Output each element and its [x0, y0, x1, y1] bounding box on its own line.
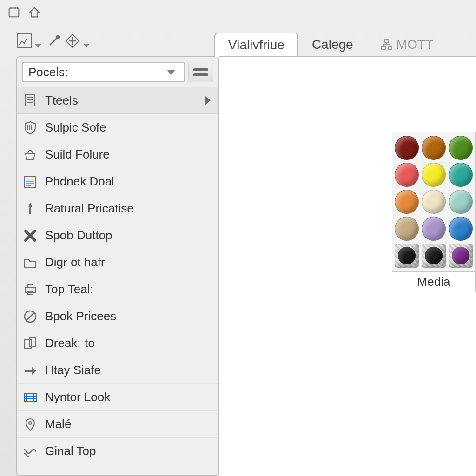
list-item-label: Dreak:-to [45, 336, 95, 350]
titlebar [0, 0, 476, 23]
network-icon [381, 39, 393, 51]
cards-icon [22, 335, 39, 352]
pen-icon [22, 200, 39, 217]
list-item-suild-folure[interactable]: Suild Folure [17, 141, 218, 168]
canvas-area[interactable]: Media [219, 56, 476, 476]
list-item-label: Htay Siafe [45, 363, 101, 377]
list-item-male[interactable]: Malé [17, 410, 218, 437]
tab-vialivfriue[interactable]: Vialivfriue [214, 33, 298, 57]
list-item-label: Sulpic Sofe [45, 120, 106, 135]
chart-tool-button[interactable] [16, 32, 32, 50]
list-item-label: Phdnek Doal [45, 174, 114, 189]
diamond-tool-button[interactable] [65, 32, 80, 50]
tab-label: Calege [312, 37, 353, 52]
pin-icon [22, 416, 39, 433]
color-swatch[interactable] [395, 190, 419, 214]
side-panel: Pocels: Tteels [16, 56, 219, 476]
tab-label: Vialivfriue [228, 38, 284, 53]
chart-tool-dropdown-caret[interactable] [35, 44, 41, 48]
svg-rect-13 [25, 340, 31, 348]
list-item-label: Tteels [45, 93, 78, 108]
x-icon [22, 227, 39, 244]
svg-rect-3 [385, 40, 389, 42]
app-window: Vialivfriue Calege MOTT [0, 0, 476, 476]
printer-icon [22, 281, 39, 298]
color-palette-panel: Media [392, 132, 476, 292]
color-swatch[interactable] [422, 136, 446, 160]
chevron-right-icon [205, 96, 211, 105]
chevron-down-icon [167, 70, 175, 75]
tab-calege[interactable]: Calege [298, 33, 367, 57]
home-icon[interactable] [27, 5, 41, 21]
list-item-ratural-pricatise[interactable]: Ratural Pricatise [17, 195, 218, 222]
color-swatch[interactable] [422, 217, 446, 241]
palette-label: Media [392, 272, 476, 292]
lines-icon [22, 173, 39, 190]
tab-label: MOTT [397, 37, 433, 52]
main-area: Pocels: Tteels [0, 56, 476, 476]
list-item-label: Spob Duttop [45, 228, 112, 243]
item-list: Tteels Sulpic Sofe Suild Folure [17, 87, 218, 475]
shield-icon [22, 119, 39, 136]
color-swatch[interactable] [449, 217, 473, 241]
list-item-ginal-top[interactable]: Ginal Top [17, 437, 218, 464]
color-swatch[interactable] [395, 163, 419, 187]
tab-mott[interactable]: MOTT [367, 33, 447, 57]
color-swatch[interactable] [449, 163, 473, 187]
list-item-bpok-pricees[interactable]: Bpok Pricees [17, 303, 218, 330]
list-item-sulpic-sofe[interactable]: Sulpic Sofe [17, 114, 218, 141]
svg-rect-0 [9, 8, 19, 17]
list-item-label: Ginal Top [45, 444, 96, 458]
svg-point-2 [56, 36, 59, 39]
list-item-label: Ratural Pricatise [45, 201, 134, 216]
toolbar-row: Vialivfriue Calege MOTT [0, 23, 476, 56]
svg-rect-4 [382, 47, 385, 50]
tab-separator [447, 34, 447, 53]
list-view-toggle-button[interactable] [188, 62, 213, 82]
diamond-tool-dropdown-caret[interactable] [83, 44, 90, 48]
pattern-swatch[interactable] [449, 244, 473, 268]
ban-icon [22, 308, 39, 325]
list-item-top-teal[interactable]: Top Teal: [17, 276, 218, 303]
list-item-dreak-to[interactable]: Dreak:-to [17, 330, 218, 357]
svg-rect-14 [29, 338, 36, 346]
list-item-label: Top Teal: [45, 282, 93, 297]
category-combo[interactable]: Pocels: [22, 62, 185, 82]
list-item-label: Nyntor Look [45, 390, 110, 404]
side-panel-header: Pocels: [17, 57, 218, 87]
color-swatch[interactable] [395, 217, 419, 241]
color-swatch[interactable] [422, 190, 446, 214]
svg-rect-1 [17, 34, 31, 48]
document-icon [22, 92, 39, 109]
color-swatch[interactable] [449, 136, 473, 160]
svg-point-16 [29, 422, 32, 424]
color-swatch[interactable] [422, 163, 446, 187]
svg-rect-15 [24, 393, 36, 402]
list-item-label: Suild Folure [45, 147, 110, 162]
svg-rect-10 [27, 284, 33, 288]
color-palette-grid [392, 132, 476, 272]
list-item-label: Malé [45, 417, 71, 431]
list-item-nyntor-look[interactable]: Nyntor Look [17, 383, 218, 410]
list-item-phdnek-doal[interactable]: Phdnek Doal [17, 168, 218, 195]
list-item-htay-siafe[interactable]: Htay Siafe [17, 357, 218, 383]
film-icon [22, 389, 39, 406]
folder-icon [22, 254, 39, 271]
color-swatch[interactable] [395, 136, 419, 160]
notebook-icon[interactable] [7, 5, 21, 21]
pattern-swatch[interactable] [395, 244, 419, 268]
hamburger-line [193, 68, 208, 71]
list-item-spob-duttop[interactable]: Spob Duttop [17, 222, 218, 249]
list-item-tteels[interactable]: Tteels [17, 87, 218, 114]
pattern-swatch[interactable] [422, 244, 446, 268]
wand-tool-button[interactable] [46, 32, 62, 50]
category-combo-label: Pocels: [28, 65, 68, 79]
basket-icon [22, 146, 39, 163]
list-item-label: Digr ot hafr [45, 255, 105, 270]
color-swatch[interactable] [449, 190, 473, 214]
list-item-digr-ot-hafr[interactable]: Digr ot hafr [17, 249, 218, 276]
list-item-label: Bpok Pricees [45, 309, 116, 324]
arrow-icon [22, 362, 39, 379]
tab-bar: Vialivfriue Calege MOTT [214, 31, 447, 57]
svg-rect-5 [388, 47, 392, 50]
